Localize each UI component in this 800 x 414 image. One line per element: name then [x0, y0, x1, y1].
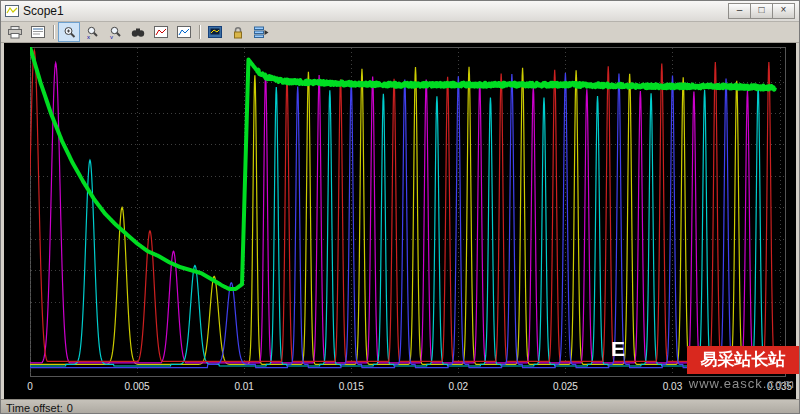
x-tick-label: 0.03 — [655, 381, 689, 392]
zoom-button[interactable] — [58, 22, 80, 42]
time-offset-label: Time offset: — [6, 402, 63, 414]
autoscale-button[interactable] — [127, 22, 149, 42]
x-tick-label: 0.005 — [120, 381, 154, 392]
restore-axes-button[interactable] — [173, 22, 195, 42]
app-icon — [5, 5, 19, 17]
zoom-x-icon: x — [86, 26, 99, 39]
signal-selection-icon — [254, 26, 269, 39]
x-tick-label: 0.01 — [227, 381, 261, 392]
save-axes-icon — [154, 26, 168, 38]
scope-plot-canvas[interactable] — [30, 47, 786, 377]
parameters-button[interactable] — [27, 22, 49, 42]
titlebar[interactable]: Scope1 – □ × — [1, 1, 799, 22]
lock-axes-button[interactable] — [227, 22, 249, 42]
parameters-icon — [31, 26, 45, 38]
x-tick-label: 0 — [13, 381, 47, 392]
toolbar-separator — [199, 25, 201, 39]
x-tick-label: 0.02 — [441, 381, 475, 392]
toolbar-separator — [53, 25, 55, 39]
lock-axes-icon — [231, 26, 245, 39]
watermark-box: 易采站长站 — [687, 346, 799, 374]
scope-toolbar: x y — [1, 22, 799, 43]
window-title: Scope1 — [23, 4, 729, 18]
scope-plot-area: 0.40.60.811.21.41.61.8 00.0050.010.0150.… — [4, 43, 796, 399]
window-controls: – □ × — [729, 3, 795, 19]
save-axes-button[interactable] — [150, 22, 172, 42]
zoom-x-button[interactable]: x — [81, 22, 103, 42]
maximize-button[interactable]: □ — [750, 3, 773, 19]
floating-scope-button[interactable] — [204, 22, 226, 42]
svg-text:x: x — [87, 33, 90, 39]
zoom-y-icon: y — [109, 26, 122, 39]
time-offset-value: 0 — [67, 402, 73, 414]
watermark-letter: E — [611, 337, 625, 361]
floating-scope-icon — [208, 26, 222, 38]
print-button[interactable] — [4, 22, 26, 42]
scope-window: Scope1 – □ × — [0, 0, 800, 414]
minimize-button[interactable]: – — [728, 3, 751, 19]
signal-selection-button[interactable] — [250, 22, 272, 42]
statusbar: Time offset: 0 — [1, 399, 799, 414]
watermark-url: www.easck.com — [689, 376, 795, 391]
svg-text:y: y — [110, 33, 113, 39]
x-tick-label: 0.025 — [548, 381, 582, 392]
zoom-icon — [63, 26, 76, 39]
print-icon — [8, 26, 22, 39]
restore-axes-icon — [177, 26, 191, 38]
zoom-y-button[interactable]: y — [104, 22, 126, 42]
close-button[interactable]: × — [772, 3, 795, 19]
x-tick-label: 0.015 — [334, 381, 368, 392]
autoscale-binoculars-icon — [131, 26, 145, 38]
